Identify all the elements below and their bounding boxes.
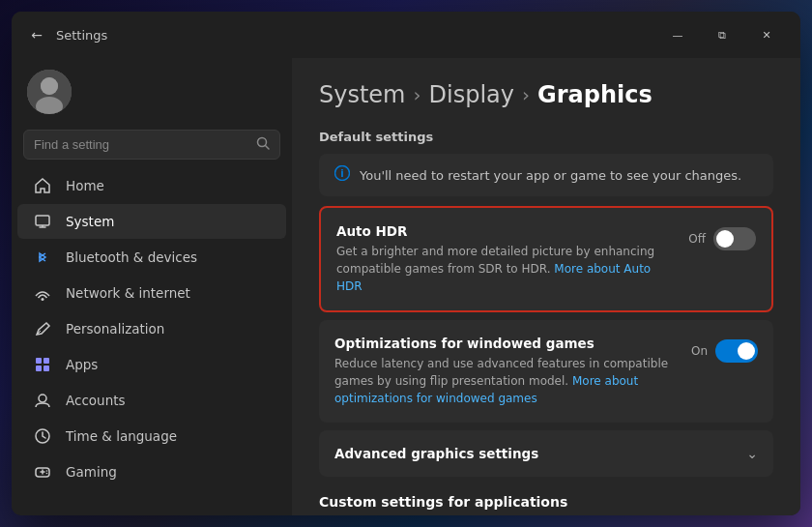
sidebar-item-home[interactable]: Home [17, 168, 286, 203]
svg-point-19 [46, 470, 48, 472]
auto-hdr-control: Off [688, 223, 756, 250]
sidebar-item-label-bluetooth: Bluetooth & devices [66, 249, 197, 265]
sidebar: HomeSystemBluetooth & devicesNetwork & i… [12, 58, 292, 515]
content-area: HomeSystemBluetooth & devicesNetwork & i… [12, 58, 800, 515]
search-icon [256, 136, 270, 153]
sidebar-item-accounts[interactable]: Accounts [17, 383, 286, 418]
windowed-games-card: Optimizations for windowed games Reduce … [319, 320, 773, 423]
default-settings-label: Default settings [319, 130, 773, 144]
advanced-graphics-card: Advanced graphics settings ⌄ [319, 430, 773, 477]
auto-hdr-toggle[interactable] [713, 227, 756, 250]
windowed-games-toggle-knob [738, 342, 755, 360]
breadcrumb-part2[interactable]: Display [429, 81, 514, 108]
auto-hdr-status: Off [688, 232, 706, 246]
main-panel: System › Display › Graphics Default sett… [292, 58, 800, 515]
home-icon [33, 176, 52, 195]
back-button[interactable]: ← [23, 21, 50, 48]
chevron-down-icon: ⌄ [746, 446, 758, 461]
sidebar-item-label-time_language: Time & language [66, 428, 177, 444]
sidebar-item-label-gaming: Gaming [66, 464, 117, 480]
close-button[interactable]: ✕ [744, 19, 789, 50]
windowed-games-toggle[interactable] [715, 339, 758, 363]
accounts-icon [33, 391, 52, 410]
window-controls: — ⧉ ✕ [655, 19, 789, 50]
windowed-games-info: Optimizations for windowed games Reduce … [334, 336, 680, 407]
breadcrumb-sep2: › [522, 83, 530, 106]
sidebar-item-label-system: System [66, 214, 114, 229]
nav-list: HomeSystemBluetooth & devicesNetwork & i… [12, 167, 292, 490]
svg-rect-10 [36, 358, 42, 364]
window-title: Settings [56, 28, 107, 43]
profile-section [12, 58, 292, 130]
svg-point-8 [42, 298, 44, 301]
sidebar-item-bluetooth[interactable]: Bluetooth & devices [17, 240, 286, 275]
personalization-icon [33, 319, 52, 338]
sidebar-item-label-apps: Apps [66, 357, 98, 372]
search-box[interactable] [23, 130, 280, 160]
settings-window: ← Settings — ⧉ ✕ [12, 12, 800, 515]
svg-point-14 [39, 395, 46, 402]
sidebar-item-label-personalization: Personalization [66, 321, 164, 337]
advanced-graphics-row[interactable]: Advanced graphics settings ⌄ [319, 430, 773, 477]
sidebar-item-time_language[interactable]: Time & language [17, 419, 286, 454]
avatar [27, 70, 72, 114]
search-input[interactable] [34, 137, 248, 152]
svg-text:i: i [340, 168, 343, 179]
system-icon [33, 212, 52, 231]
windowed-games-name: Optimizations for windowed games [334, 336, 680, 351]
auto-hdr-card: Auto HDR Get a brighter and more detaile… [319, 206, 773, 312]
sidebar-item-gaming[interactable]: Gaming [17, 454, 286, 489]
network-icon [33, 283, 52, 303]
breadcrumb: System › Display › Graphics [319, 81, 773, 108]
info-banner-text: You'll need to restart your app or game … [360, 168, 741, 183]
svg-line-4 [266, 146, 270, 150]
sidebar-item-label-home: Home [66, 178, 104, 193]
breadcrumb-sep1: › [414, 83, 421, 106]
svg-point-1 [41, 77, 58, 95]
sidebar-item-network[interactable]: Network & internet [17, 276, 286, 310]
windowed-games-control: On [691, 336, 758, 363]
sidebar-item-apps[interactable]: Apps [17, 347, 286, 382]
auto-hdr-row: Auto HDR Get a brighter and more detaile… [321, 208, 771, 310]
titlebar: ← Settings — ⧉ ✕ [12, 12, 800, 58]
minimize-button[interactable]: — [655, 19, 700, 50]
auto-hdr-desc: Get a brighter and more detailed picture… [336, 243, 677, 295]
apps-icon [33, 355, 52, 374]
sidebar-item-personalization[interactable]: Personalization [17, 311, 286, 346]
sidebar-item-label-accounts: Accounts [66, 393, 126, 408]
svg-rect-12 [36, 366, 42, 371]
auto-hdr-info: Auto HDR Get a brighter and more detaile… [336, 223, 677, 295]
time_language-icon [33, 426, 52, 446]
sidebar-item-label-network: Network & internet [66, 285, 190, 301]
auto-hdr-name: Auto HDR [336, 223, 677, 239]
windowed-games-desc: Reduce latency and use advanced features… [334, 355, 680, 407]
svg-rect-13 [44, 366, 49, 371]
advanced-graphics-label: Advanced graphics settings [334, 446, 746, 461]
svg-rect-5 [36, 216, 49, 225]
auto-hdr-toggle-knob [716, 230, 734, 248]
info-icon: i [334, 165, 350, 185]
windowed-games-row: Optimizations for windowed games Reduce … [319, 320, 773, 423]
windowed-games-status: On [691, 344, 708, 358]
maximize-button[interactable]: ⧉ [700, 19, 744, 50]
bluetooth-icon [33, 248, 52, 267]
svg-point-20 [46, 473, 48, 475]
info-banner: i You'll need to restart your app or gam… [319, 154, 773, 196]
custom-settings-label: Custom settings for applications [319, 494, 773, 510]
gaming-icon [33, 462, 52, 482]
breadcrumb-part1[interactable]: System [319, 81, 406, 108]
breadcrumb-current: Graphics [537, 81, 652, 108]
svg-rect-11 [44, 358, 49, 364]
sidebar-item-system[interactable]: System [17, 204, 286, 239]
